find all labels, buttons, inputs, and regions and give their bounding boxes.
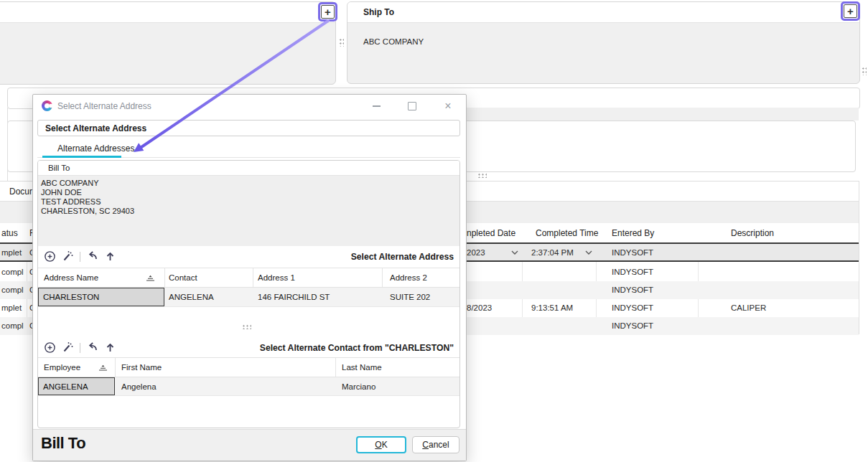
minimize-button[interactable] [365, 98, 387, 115]
ship-to-title: Ship To [363, 7, 394, 17]
undo-icon[interactable] [86, 341, 98, 354]
contact-toolbar: Select Alternate Contact from "CHARLESTO… [38, 337, 459, 359]
col-address-name[interactable]: Address Name [44, 273, 98, 282]
dialog-title: Select Alternate Address [57, 101, 151, 111]
dialog-footer: Bill To OK Cancel [33, 429, 466, 461]
chevron-down-icon [585, 250, 592, 255]
col-address-1[interactable]: Address 1 [258, 273, 295, 282]
chevron-down-icon [511, 250, 518, 255]
top-left-panel [0, 1, 336, 85]
col-status-fragment[interactable]: atus [1, 228, 18, 238]
contact-section-label: Select Alternate Contact from "CHARLESTO… [260, 343, 454, 353]
col-completed-time[interactable]: Completed Time [536, 228, 598, 238]
toolbar-divider [80, 252, 80, 262]
ship-to-panel-header: Ship To [347, 2, 859, 23]
left-panel-edge [7, 108, 8, 181]
address-line: ABC COMPANY [41, 179, 459, 188]
col-employee[interactable]: Employee [44, 363, 80, 372]
dialog-groupbox: Select Alternate Address [37, 120, 460, 136]
address-line: JOHN DOE [41, 188, 459, 197]
address-toolbar: Select Alternate Address [38, 246, 459, 268]
cancel-button[interactable]: Cancel [412, 436, 459, 453]
add-bill-to-highlight: + [318, 2, 337, 22]
ship-to-company: ABC COMPANY [363, 37, 424, 46]
dialog-content: Bill To ABC COMPANY JOHN DOE TEST ADDRES… [37, 160, 460, 428]
add-icon[interactable] [44, 250, 56, 263]
panel-splitter-handle[interactable] [339, 38, 344, 47]
bill-to-header: Bill To [38, 161, 459, 176]
close-button[interactable]: × [437, 98, 459, 115]
sort-ascending-icon [146, 275, 155, 282]
sort-ascending-icon [98, 364, 108, 372]
col-last-name[interactable]: Last Name [342, 363, 382, 372]
add-bill-to-address-button[interactable]: + [321, 5, 335, 19]
completed-time-editor: 2:37:04 PM [531, 248, 574, 257]
magic-pen-icon[interactable] [62, 250, 74, 263]
selected-employee-cell[interactable]: ANGELENA [38, 377, 115, 395]
col-address-2[interactable]: Address 2 [390, 273, 427, 282]
add-ship-to-highlight: + [841, 1, 860, 21]
col-contact[interactable]: Contact [169, 273, 197, 282]
footer-bill-to-label: Bill To [41, 434, 85, 453]
address-line: TEST ADDRESS [41, 197, 459, 207]
active-tab-indicator [42, 156, 121, 158]
maximize-button[interactable] [401, 98, 423, 115]
tab-alternate-addresses[interactable]: Alternate Addresses [57, 143, 134, 154]
table-right-edge [859, 181, 859, 334]
dialog-tabs: Alternate Addresses [37, 140, 460, 158]
completed-date-editor: 2023 [467, 248, 485, 257]
col-completed-date[interactable]: npleted Date [467, 228, 515, 238]
dialog-titlebar[interactable]: Select Alternate Address × [33, 95, 466, 118]
select-alternate-address-dialog: Select Alternate Address × Select Altern… [32, 94, 467, 461]
add-icon[interactable] [44, 341, 56, 354]
address-section-label: Select Alternate Address [351, 252, 454, 262]
magic-pen-icon[interactable] [62, 341, 74, 354]
undo-icon[interactable] [86, 250, 98, 263]
contact-row[interactable]: ANGELENA Angelena Marciano [38, 377, 459, 396]
address-line: CHARLESTON, SC 29403 [41, 207, 459, 216]
bill-to-address-block: ABC COMPANY JOHN DOE TEST ADDRESS CHARLE… [38, 176, 459, 246]
move-up-icon[interactable] [104, 341, 116, 354]
top-left-panel-header [0, 2, 335, 23]
move-up-icon[interactable] [104, 250, 116, 263]
add-ship-to-address-button[interactable]: + [844, 4, 857, 18]
grid-splitter-handle[interactable] [242, 324, 251, 329]
address-row[interactable]: CHARLESTON ANGELENA 146 FAIRCHILD ST SUI… [38, 288, 459, 307]
contact-grid-header: Employee First Name Last Name [38, 357, 459, 377]
col-description[interactable]: Description [731, 228, 774, 238]
horizontal-splitter-handle[interactable] [477, 173, 487, 178]
col-entered-by[interactable]: Entered By [612, 228, 654, 238]
groupbox-title: Select Alternate Address [45, 123, 146, 133]
right-splitter-handle[interactable] [862, 67, 867, 75]
col-first-name[interactable]: First Name [121, 363, 162, 372]
ok-button[interactable]: OK [356, 436, 406, 453]
ship-to-panel: Ship To ABC COMPANY [347, 1, 860, 84]
address-grid-header: Address Name Contact Address 1 Address 2 [38, 268, 459, 288]
tab-documents-fragment[interactable]: Docur [9, 187, 32, 197]
toolbar-divider [80, 343, 80, 353]
app-logo-icon [42, 100, 52, 111]
app-canvas: + Ship To ABC COMPANY + Docur atus F npl… [0, 0, 868, 462]
selected-address-cell[interactable]: CHARLESTON [38, 288, 164, 306]
